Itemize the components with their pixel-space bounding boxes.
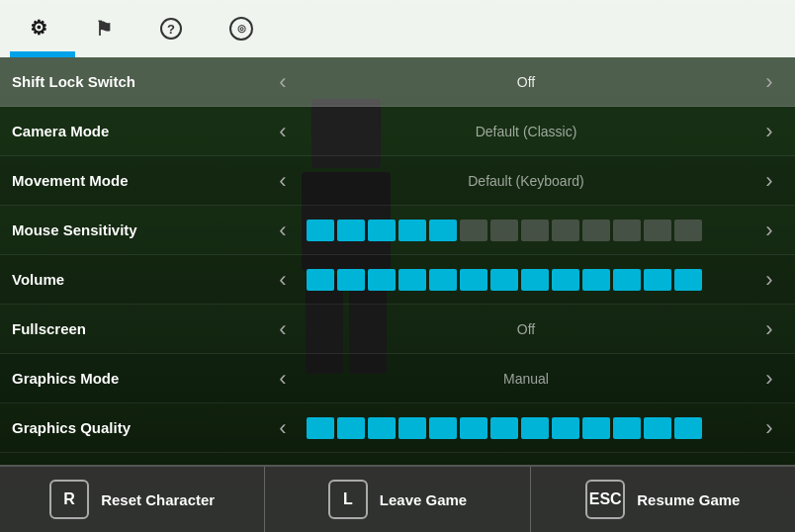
arrow-left-shift-lock[interactable]: ‹ [269,64,297,100]
setting-value-camera-mode: Default (Classic) [297,124,755,139]
tab-settings[interactable]: ⚙ [10,0,75,57]
arrow-left-volume[interactable]: ‹ [269,262,297,298]
setting-control-volume: ‹› [269,262,783,298]
report-icon: ⚑ [95,19,113,39]
setting-value-graphics-mode: Manual [297,371,755,387]
tab-report[interactable]: ⚑ [75,0,140,57]
bar-segment-2 [368,220,396,241]
bar-segment-9 [582,220,610,241]
bar-segment-7 [521,417,549,439]
setting-value-shift-lock: Off [297,74,755,90]
setting-row-fullscreen: Fullscreen‹Off› [0,305,795,354]
arrow-left-mouse-sensitivity[interactable]: ‹ [269,213,297,248]
setting-label-graphics-quality: Graphics Quality [12,419,269,436]
setting-label-volume: Volume [12,271,269,288]
bar-segment-9 [582,269,610,291]
bar-segment-11 [644,269,671,291]
arrow-right-graphics-quality[interactable]: › [755,410,783,446]
setting-row-volume: Volume‹› [0,255,795,305]
setting-row-camera-mode: Camera Mode‹Default (Classic)› [0,107,795,156]
bar-segment-1 [337,220,365,241]
bar-segment-6 [490,220,518,241]
setting-row-shift-lock: Shift Lock Switch‹Off› [0,57,795,107]
setting-label-movement-mode: Movement Mode [12,172,269,189]
ui-overlay: ⚙ ⚑ ? ◎ Shift Lock Switch‹Off›Camera Mod… [0,0,795,532]
action-label-leave: Leave Game [380,491,467,508]
action-reset[interactable]: RReset Character [0,467,265,532]
arrow-left-graphics-quality[interactable]: ‹ [269,410,297,446]
setting-row-graphics-mode: Graphics Mode‹Manual› [0,354,795,403]
bar-segment-5 [460,269,487,291]
bar-segment-12 [674,269,702,291]
bar-segment-0 [307,417,334,439]
action-resume[interactable]: ESCResume Game [531,467,795,532]
setting-label-graphics-mode: Graphics Mode [12,370,269,387]
bar-segment-0 [307,269,334,291]
setting-row-graphics-quality: Graphics Quality‹› [0,403,795,453]
record-icon: ◎ [229,17,253,41]
bar-segment-3 [398,417,426,439]
bar-segment-6 [490,417,518,439]
arrow-right-mouse-sensitivity[interactable]: › [755,213,783,248]
arrow-right-volume[interactable]: › [755,262,783,298]
setting-row-mouse-sensitivity: Mouse Sensitivity‹› [0,206,795,255]
arrow-right-fullscreen[interactable]: › [755,311,783,347]
bar-segment-6 [490,269,518,291]
bar-segment-7 [521,220,549,241]
arrow-right-shift-lock[interactable]: › [755,64,783,100]
tab-help[interactable]: ? [140,0,210,57]
bar-segment-10 [613,269,641,291]
arrow-left-movement-mode[interactable]: ‹ [269,163,297,199]
arrow-left-graphics-mode[interactable]: ‹ [269,361,297,397]
slider-mouse-sensitivity[interactable] [297,220,755,241]
bar-segment-8 [552,220,579,241]
bar-segment-0 [307,220,334,241]
setting-label-camera-mode: Camera Mode [12,123,269,139]
setting-value-fullscreen: Off [297,321,755,337]
bar-segment-11 [644,220,671,241]
bar-segment-8 [552,417,579,439]
setting-control-shift-lock: ‹Off› [269,64,783,100]
bar-segment-4 [429,417,457,439]
bar-segment-9 [582,417,610,439]
bar-segment-1 [337,417,365,439]
setting-control-movement-mode: ‹Default (Keyboard)› [269,163,783,199]
bar-segment-10 [613,220,641,241]
setting-control-mouse-sensitivity: ‹› [269,213,783,248]
setting-control-camera-mode: ‹Default (Classic)› [269,114,783,149]
slider-volume[interactable] [297,269,755,291]
bar-segment-10 [613,417,641,439]
setting-label-fullscreen: Fullscreen [12,320,269,337]
bar-segment-5 [460,417,487,439]
key-badge-leave: L [328,480,368,519]
bar-segment-5 [460,220,487,241]
arrow-left-fullscreen[interactable]: ‹ [269,311,297,347]
action-leave[interactable]: LLeave Game [265,467,530,532]
setting-label-shift-lock: Shift Lock Switch [12,73,269,90]
key-badge-reset: R [49,480,89,519]
bar-segment-3 [398,269,426,291]
bar-segment-8 [552,269,579,291]
tab-record[interactable]: ◎ [210,0,281,57]
setting-control-fullscreen: ‹Off› [269,311,783,347]
bar-segment-2 [368,269,396,291]
arrow-right-camera-mode[interactable]: › [755,114,783,149]
setting-value-movement-mode: Default (Keyboard) [297,173,755,189]
bar-segment-2 [368,417,396,439]
bar-segment-11 [644,417,671,439]
setting-label-mouse-sensitivity: Mouse Sensitivity [12,222,269,238]
action-label-resume: Resume Game [637,491,740,508]
arrow-left-camera-mode[interactable]: ‹ [269,114,297,149]
setting-control-graphics-mode: ‹Manual› [269,361,783,397]
help-icon: ? [160,18,182,40]
bar-segment-12 [674,417,702,439]
arrow-right-graphics-mode[interactable]: › [755,361,783,397]
arrow-right-movement-mode[interactable]: › [755,163,783,199]
setting-control-graphics-quality: ‹› [269,410,783,446]
bar-segment-3 [398,220,426,241]
slider-graphics-quality[interactable] [297,417,755,439]
key-badge-resume: ESC [585,480,625,519]
settings-icon: ⚙ [30,18,47,38]
bar-segment-12 [674,220,702,241]
top-nav: ⚙ ⚑ ? ◎ [0,0,795,57]
